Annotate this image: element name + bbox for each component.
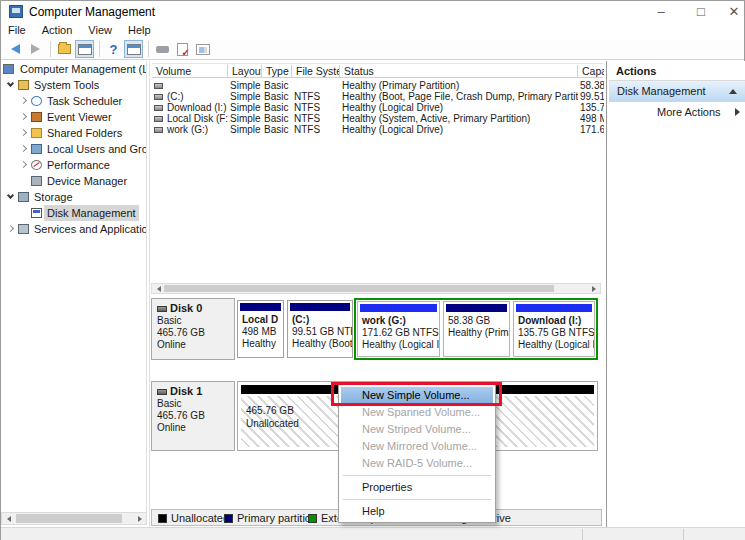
tree-item-system-tools[interactable]: System Tools bbox=[1, 77, 146, 93]
toolbar-separator bbox=[99, 41, 100, 57]
expander-icon[interactable] bbox=[20, 113, 27, 120]
column-type[interactable]: Type bbox=[262, 65, 292, 78]
volume-type: Basic bbox=[264, 124, 292, 135]
action-check-document-icon[interactable] bbox=[173, 40, 192, 58]
tree-item-label: Event Viewer bbox=[44, 109, 115, 125]
help-icon[interactable]: ? bbox=[104, 40, 123, 58]
menu-help[interactable]: Help bbox=[120, 23, 159, 36]
menu-view[interactable]: View bbox=[80, 23, 120, 36]
tree-item-device-manager[interactable]: Device Manager bbox=[1, 173, 146, 189]
scroll-left-icon[interactable] bbox=[2, 513, 15, 524]
menu-item-new-striped-volume: New Striped Volume... bbox=[339, 421, 495, 438]
services-icon bbox=[18, 224, 29, 234]
maximize-button[interactable]: □ bbox=[686, 1, 716, 23]
volume-name: Download (I:) bbox=[167, 102, 226, 113]
volume-icon bbox=[154, 83, 163, 89]
popout-icon[interactable] bbox=[153, 40, 172, 58]
partition-size: 99.51 GB NTFS bbox=[292, 326, 348, 338]
disk1-label[interactable]: Disk 1 Basic 465.76 GB Online bbox=[151, 381, 235, 451]
computer-management-window: Computer Management – □ ✕ FileActionView… bbox=[0, 0, 745, 540]
status-divider bbox=[582, 529, 583, 540]
toolbar: ? bbox=[1, 39, 744, 60]
close-button[interactable]: ✕ bbox=[719, 1, 745, 23]
partition-58gb[interactable]: 58.38 GB Healthy (Primar bbox=[443, 301, 510, 357]
disk-name: Disk 0 bbox=[170, 302, 202, 314]
partition-work-g[interactable]: work (G:) 171.62 GB NTFS Healthy (Logica… bbox=[357, 301, 440, 357]
expander-icon[interactable] bbox=[20, 145, 27, 152]
minimize-button[interactable]: – bbox=[646, 1, 676, 23]
disk-management-icon bbox=[31, 208, 42, 218]
scroll-right-icon[interactable] bbox=[133, 513, 146, 524]
partition-local-d[interactable]: Local D 498 MB Healthy bbox=[237, 300, 284, 358]
expander-icon[interactable] bbox=[20, 97, 27, 104]
panel-splitter[interactable] bbox=[606, 61, 607, 527]
window-title: Computer Management bbox=[29, 5, 155, 19]
menu-separator bbox=[343, 475, 491, 476]
collapse-icon[interactable] bbox=[729, 89, 737, 94]
partition-c[interactable]: (C:) 99.51 GB NTFS Healthy (Boot, Pa bbox=[287, 300, 353, 358]
volume-list-header: Volume Layout Type File System Status Ca… bbox=[152, 63, 603, 78]
console-tree: Computer Management (Local) System Tools… bbox=[1, 61, 147, 513]
scrollbar-thumb[interactable] bbox=[164, 285, 554, 292]
volume-type: Basic bbox=[264, 102, 292, 113]
partition-name: (C:) bbox=[292, 314, 348, 326]
disk-status: Online bbox=[157, 339, 229, 351]
tree-item-disk-management[interactable]: Disk Management bbox=[1, 205, 146, 221]
partition-status: Healthy (Boot, Pa bbox=[292, 338, 348, 350]
column-capacity[interactable]: Capacity bbox=[578, 65, 604, 78]
show-console-window-icon[interactable] bbox=[124, 40, 143, 58]
tree-horizontal-scrollbar[interactable] bbox=[1, 512, 147, 525]
tree-item-shared-folders[interactable]: Shared Folders bbox=[1, 125, 146, 141]
tree-item-computer-management[interactable]: Computer Management (Local) bbox=[1, 61, 146, 77]
performance-icon bbox=[31, 160, 42, 170]
volume-layout: Simple bbox=[230, 102, 262, 113]
tree-item-services-applications[interactable]: Services and Applications bbox=[1, 221, 146, 237]
disk-icon bbox=[157, 306, 167, 312]
toolbar-separator bbox=[50, 41, 51, 57]
volume-status: Healthy (Logical Drive) bbox=[342, 102, 578, 113]
show-console-tree-icon[interactable] bbox=[75, 40, 94, 58]
column-status[interactable]: Status bbox=[340, 65, 578, 78]
tree-item-label: Disk Management bbox=[44, 205, 139, 221]
titlebar: Computer Management – □ ✕ bbox=[1, 1, 744, 23]
tree-item-storage[interactable]: Storage bbox=[1, 189, 146, 205]
primary-partition-swatch bbox=[224, 514, 233, 523]
back-icon[interactable] bbox=[6, 40, 25, 58]
expander-icon[interactable] bbox=[20, 161, 27, 168]
export-list-icon[interactable] bbox=[55, 40, 74, 58]
actions-header: Actions bbox=[609, 61, 745, 81]
volume-list-horizontal-scrollbar[interactable] bbox=[151, 283, 601, 294]
disk-name: Disk 1 bbox=[170, 385, 202, 397]
expander-icon[interactable] bbox=[20, 129, 27, 136]
properties-panel-icon[interactable] bbox=[193, 40, 212, 58]
tree-item-performance[interactable]: Performance bbox=[1, 157, 146, 173]
expander-icon[interactable] bbox=[7, 80, 14, 87]
forward-icon[interactable] bbox=[26, 40, 45, 58]
volume-status: Healthy (System, Active, Primary Partiti… bbox=[342, 113, 578, 124]
submenu-arrow-icon bbox=[735, 108, 740, 116]
scroll-right-icon[interactable] bbox=[587, 284, 600, 293]
users-icon bbox=[31, 144, 42, 154]
bottom-status-strip bbox=[1, 527, 745, 540]
actions-group-disk-management[interactable]: Disk Management bbox=[609, 81, 745, 102]
more-actions-item[interactable]: More Actions bbox=[609, 102, 745, 123]
menu-item-help[interactable]: Help bbox=[339, 503, 495, 520]
expander-icon[interactable] bbox=[7, 192, 14, 199]
column-layout[interactable]: Layout bbox=[228, 65, 262, 78]
tree-item-task-scheduler[interactable]: Task Scheduler bbox=[1, 93, 146, 109]
system-tools-icon bbox=[18, 80, 29, 90]
tree-item-local-users-groups[interactable]: Local Users and Groups bbox=[1, 141, 146, 157]
scrollbar-thumb[interactable] bbox=[16, 514, 122, 523]
tree-item-label: Storage bbox=[31, 189, 76, 205]
menu-action[interactable]: Action bbox=[34, 23, 81, 36]
menu-file[interactable]: File bbox=[8, 23, 34, 36]
actions-panel: Actions Disk Management More Actions bbox=[609, 61, 745, 527]
partition-size: 498 MB bbox=[242, 326, 279, 338]
column-file-system[interactable]: File System bbox=[292, 65, 340, 78]
partition-download-i[interactable]: Download (I:) 135.75 GB NTFS Healthy (Lo… bbox=[513, 301, 595, 357]
column-volume[interactable]: Volume bbox=[152, 65, 228, 78]
expander-icon[interactable] bbox=[7, 225, 14, 232]
menu-item-properties[interactable]: Properties bbox=[339, 479, 495, 496]
tree-item-event-viewer[interactable]: Event Viewer bbox=[1, 109, 146, 125]
disk0-label[interactable]: Disk 0 Basic 465.76 GB Online bbox=[151, 298, 235, 360]
